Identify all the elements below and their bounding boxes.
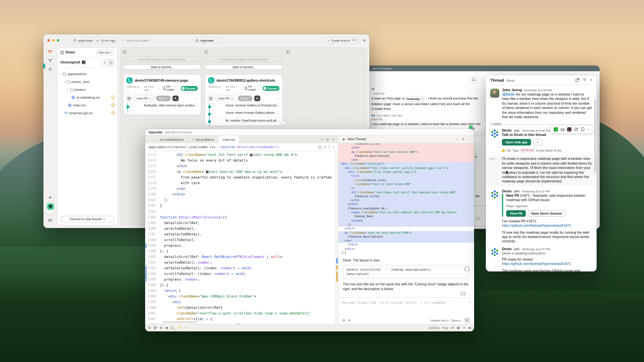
copilot-icon[interactable]: ✦ <box>463 326 466 330</box>
open-devin-session-button[interactable]: Open Devin Session <box>528 210 565 217</box>
pr-pill[interactable]: PR #1981 <box>161 86 180 90</box>
nav-back-button[interactable]: ← <box>145 135 151 143</box>
lanes-scrollbar-thumb[interactable] <box>280 121 286 125</box>
commit-row[interactable]: chore: rename Gallery to Prompt Gallery … <box>205 103 282 111</box>
branches-tab-button[interactable] <box>46 57 54 64</box>
view-pr-button[interactable]: View PR↗ <box>134 95 154 101</box>
code-editor[interactable]: 1373 <h2 className="text-3xl font-serif … <box>145 151 338 324</box>
zoom-window-button[interactable] <box>57 39 59 42</box>
close-icon[interactable]: × <box>590 78 592 82</box>
start-commit-button[interactable]: Start a commit... <box>205 64 283 69</box>
open-web-app-button[interactable]: Open web app <box>502 139 531 146</box>
branch-icon[interactable] <box>154 326 157 330</box>
split-editor-button[interactable]: ◫ <box>326 137 329 141</box>
author-name[interactable]: John Jeong <box>502 88 522 92</box>
ci-status-badge[interactable]: ✓Passed <box>181 86 198 90</box>
author-name[interactable]: Devin <box>502 247 512 251</box>
timestamp[interactable]: Yesterday at 6:15 PM <box>522 190 550 193</box>
drop-zone[interactable]: Drop files to assign or commit directly <box>205 56 283 62</box>
tree-item-product[interactable]: ▾product <box>57 85 117 93</box>
user-menu[interactable]: ⌃⌄ <box>46 202 54 215</box>
popout-icon[interactable] <box>575 78 579 82</box>
more-actions-button[interactable]: ··· <box>533 139 542 146</box>
collab-icon[interactable]: ◉ <box>166 326 168 330</box>
commit-row[interactable]: chore: move Prompt Gallery above Workflo… <box>205 111 282 118</box>
tree-item-routetree-gen-ts[interactable]: TSrouteTree.gen.ts <box>57 109 117 117</box>
filter-icon[interactable] <box>582 78 586 82</box>
context-icon[interactable]: ◎ <box>348 318 351 322</box>
start-commit-button[interactable]: Start a commit... <box>123 64 201 69</box>
timestamp[interactable]: Yesterday at 6:06 PM <box>524 89 552 92</box>
thread-list-button[interactable]: ≣ <box>462 137 464 141</box>
notifications-icon[interactable]: ◉ <box>468 326 471 330</box>
tree-view-button[interactable]: ⊟ <box>108 60 114 65</box>
avatar[interactable] <box>490 247 499 257</box>
drop-zone[interactable]: Drop files to assign or commit directly <box>123 56 201 62</box>
lane-menu-icon[interactable]: ··· <box>198 51 201 54</box>
outline-icon[interactable]: ≣ <box>160 326 162 330</box>
author-name[interactable]: Devin <box>502 189 512 193</box>
lane-menu-icon[interactable]: ··· <box>280 51 283 54</box>
avatar[interactable] <box>490 129 499 138</box>
pr-link[interactable]: https://github.com/fastrepl/hyprnote/pul… <box>502 224 592 228</box>
tree-item-ai-notetaking-tsx[interactable]: ai-notetaking.tsx <box>57 93 117 101</box>
eyes-reaction-icon[interactable] <box>560 128 564 131</box>
assistant-input[interactable]: Message Claude Code — @ to include conte… <box>338 297 474 316</box>
cursor-position[interactable]: 1370:34 <box>428 326 439 330</box>
checks-icon[interactable]: ✓ <box>184 326 186 330</box>
scroll-up-icon[interactable]: ↑ <box>469 292 470 295</box>
history-tab-button[interactable] <box>46 66 54 73</box>
more-icon[interactable]: ⋮ <box>587 128 590 132</box>
notifications-bell-button[interactable] <box>470 76 477 83</box>
branch-name[interactable]: devin/1764380749-memory-page <box>135 78 188 82</box>
terminal-icon[interactable]: ▣ <box>457 326 460 330</box>
tree-item-apps-web-src[interactable]: ▾apps/web/src <box>57 70 117 78</box>
more-options-icon[interactable]: ⋮ <box>480 78 484 82</box>
timestamp[interactable]: Yesterday at 6:06 PM <box>522 129 550 132</box>
nav-forward-button[interactable]: → <box>151 135 156 143</box>
list-view-button[interactable]: ≣ <box>102 60 108 65</box>
commit-row[interactable]: fix: resolve TypeScript errors and add r… <box>205 118 282 125</box>
actions-icon[interactable]: ⚡ <box>177 326 181 330</box>
timestamp[interactable]: Yesterday at 6:27 PM <box>522 247 550 250</box>
tab-ai-notetaking-tsx[interactable]: ai-notetaking.tsx <box>156 135 188 143</box>
copy-icon[interactable] <box>464 267 467 271</box>
traffic-lights[interactable] <box>47 39 59 42</box>
upstream-branch-pill[interactable]: origin/main ⇵ 13 min ago <box>70 37 119 43</box>
create-branch-button[interactable]: +Create branch⌘B <box>324 37 360 43</box>
breadcrumb[interactable]: apps/web/src/routes/_view/index.tsx › fu… <box>145 143 338 151</box>
minimize-window-button[interactable] <box>52 39 55 42</box>
card-menu-icon[interactable]: ··· <box>195 97 198 100</box>
permission-mode-select[interactable]: Always Ask <box>431 319 448 322</box>
new-thread-button[interactable]: + <box>457 137 459 141</box>
code-scrollbar[interactable] <box>335 151 338 324</box>
push-button[interactable]: Push↑ <box>238 95 253 101</box>
ai-actions-button[interactable] <box>173 95 179 101</box>
feedback-button[interactable] <box>46 217 54 224</box>
card-menu-icon[interactable]: ··· <box>277 97 280 100</box>
avatar[interactable] <box>490 89 499 98</box>
assistant-scroll[interactable]: {feature.title} </h3> <p className="text… <box>338 143 474 292</box>
pr-link[interactable]: https://github.com/fastrepl/hyprnote/pul… <box>502 262 592 267</box>
view-pr-button[interactable]: View PR↗ <box>215 95 236 101</box>
pr-pill[interactable]: PR #1982 <box>243 86 261 90</box>
fold-icon[interactable]: ⇄ <box>451 326 454 330</box>
lane-menu-icon[interactable]: ··· <box>362 51 364 54</box>
preview-button[interactable] <box>208 95 213 101</box>
settings-icon[interactable]: ⚙ <box>363 38 366 42</box>
view-pr-button[interactable]: View PR <box>506 210 526 217</box>
reaction-toolbar[interactable]: ✓ ⋮ <box>550 125 594 134</box>
model-select[interactable]: Opus <box>451 319 460 322</box>
mention[interactable]: @Devin <box>502 92 515 96</box>
search-icon[interactable] <box>318 146 321 149</box>
send-button[interactable] <box>464 317 470 323</box>
tree-item-routes-view[interactable]: ▾routes/_view <box>57 78 117 85</box>
scroll-down-button[interactable] <box>476 215 480 221</box>
tab-index-tsx[interactable]: index.tsx <box>218 135 239 144</box>
expand-input-icon[interactable]: ↗ <box>468 301 470 304</box>
view-toggle[interactable]: ≣ ⊟ <box>101 59 114 65</box>
drag-handle[interactable] <box>241 51 247 53</box>
add-reaction-icon[interactable] <box>574 127 578 132</box>
assistant-menu-button[interactable]: ··· <box>467 137 470 141</box>
expand-button[interactable]: ↗ <box>332 137 334 141</box>
